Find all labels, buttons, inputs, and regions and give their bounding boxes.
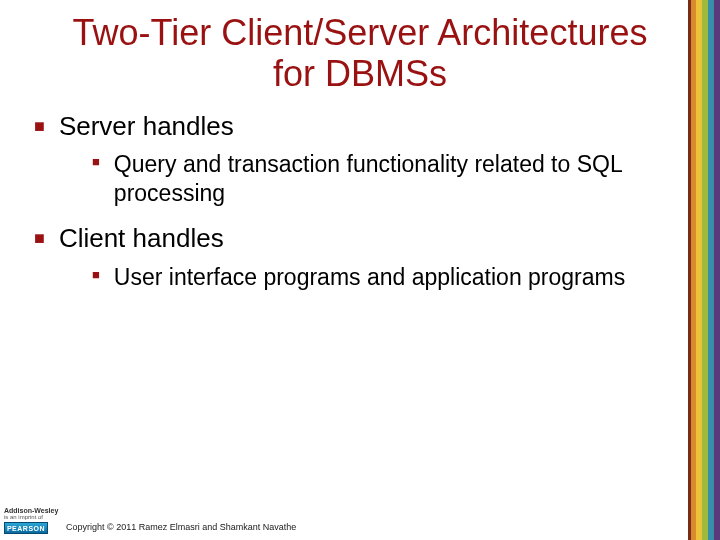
square-bullet-icon: ■ bbox=[34, 111, 45, 141]
square-bullet-icon: ■ bbox=[92, 150, 100, 174]
copyright-text: Copyright © 2011 Ramez Elmasri and Shamk… bbox=[66, 522, 296, 532]
bullet-text: Server handles bbox=[59, 111, 234, 142]
bullet-level1: ■ Server handles bbox=[34, 111, 692, 142]
pearson-logo-badge: PEARSON bbox=[4, 522, 48, 534]
slide: Two-Tier Client/Server Architectures for… bbox=[0, 0, 720, 540]
bullet-level2: ■ Query and transaction functionality re… bbox=[92, 150, 692, 208]
decorative-side-stripe bbox=[688, 0, 720, 540]
square-bullet-icon: ■ bbox=[34, 223, 45, 253]
publisher-tagline: is an imprint of bbox=[4, 514, 60, 520]
bullet-level2: ■ User interface programs and applicatio… bbox=[92, 263, 692, 292]
bullet-text: User interface programs and application … bbox=[114, 263, 625, 292]
slide-content: ■ Server handles ■ Query and transaction… bbox=[28, 111, 692, 292]
publisher-name: Addison-Wesley bbox=[4, 507, 60, 514]
square-bullet-icon: ■ bbox=[92, 263, 100, 287]
slide-footer: Addison-Wesley is an imprint of PEARSON … bbox=[0, 498, 720, 540]
publisher-block: Addison-Wesley is an imprint of PEARSON bbox=[4, 507, 60, 534]
bullet-level1: ■ Client handles bbox=[34, 223, 692, 254]
bullet-text: Client handles bbox=[59, 223, 224, 254]
bullet-text: Query and transaction functionality rela… bbox=[114, 150, 634, 208]
slide-title: Two-Tier Client/Server Architectures for… bbox=[50, 12, 670, 95]
